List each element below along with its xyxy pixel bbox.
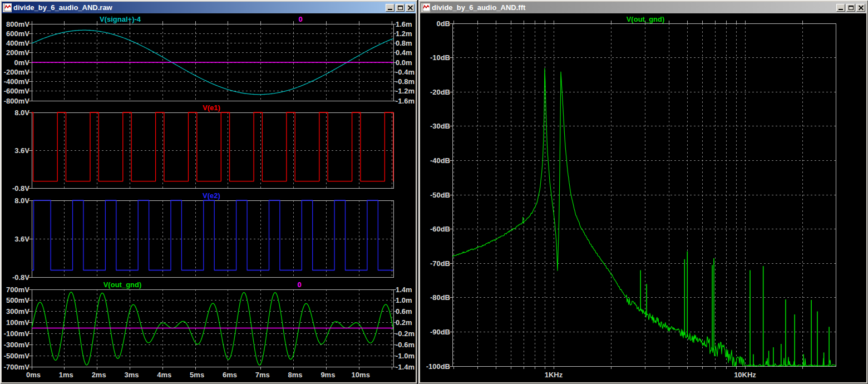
- minimize-button[interactable]: [386, 4, 394, 12]
- trace-label: V(signal+)-4: [100, 15, 141, 23]
- trace-label: 0: [297, 280, 301, 289]
- y-axis-label: -0.8V: [12, 184, 29, 193]
- y-axis-right-label: 0.4m: [396, 48, 412, 57]
- fft-plot-area[interactable]: 0dB-10dB-20dB-30dB-40dB-50dB-60dB-70dB-8…: [420, 13, 866, 382]
- y-axis-label: 200mV: [6, 48, 29, 57]
- y-axis-label: 3.6V: [14, 146, 29, 155]
- y-axis-right-label: 0.6m: [396, 307, 412, 316]
- y-axis-right-label: -0.8m: [396, 77, 415, 86]
- ltspice-waveform-icon[interactable]: [421, 3, 430, 12]
- y-axis-right-label: -1.0m: [396, 352, 415, 360]
- y-axis-label: 8.0V: [14, 109, 29, 117]
- y-axis-label: -70dB: [430, 259, 450, 268]
- y-axis-label: -50dB: [430, 191, 450, 199]
- y-axis-label: 400mV: [6, 39, 29, 47]
- desktop: divide_by_6_audio_AND.raw 800mV1.6m600mV…: [0, 0, 868, 384]
- maximize-button[interactable]: [396, 4, 405, 12]
- x-axis-label: 2ms: [92, 371, 106, 379]
- y-axis-label: -10dB: [430, 53, 450, 62]
- y-axis-label: 700mV: [6, 285, 29, 294]
- y-axis-right-label: 1.4m: [396, 285, 412, 294]
- y-axis-right-label: 0.2m: [396, 318, 412, 327]
- y-axis-right-label: -1.2m: [396, 87, 415, 95]
- y-axis-right-label: 0.0m: [396, 58, 412, 67]
- y-axis-label: 500mV: [6, 296, 29, 304]
- trace-V(e2): [32, 200, 393, 270]
- raw-window: divide_by_6_audio_AND.raw 800mV1.6m600mV…: [0, 0, 417, 384]
- y-axis-label: 300mV: [6, 307, 29, 316]
- y-axis-label: 0dB: [436, 19, 450, 28]
- y-axis-label: -100mV: [4, 329, 30, 338]
- trace-label: V(out_gnd): [627, 15, 665, 23]
- y-axis-label: -40dB: [430, 156, 450, 165]
- y-axis-label: 0mV: [14, 58, 30, 67]
- minimize-button[interactable]: [836, 4, 845, 12]
- y-axis-label: 8.0V: [14, 196, 29, 205]
- trace-V(out_gnd): [32, 292, 393, 365]
- raw-titlebar[interactable]: divide_by_6_audio_AND.raw: [2, 2, 416, 13]
- y-axis-label: -80dB: [430, 293, 450, 302]
- x-axis-label: 7ms: [255, 371, 270, 379]
- window-title: divide_by_6_audio_AND.fft: [432, 3, 835, 12]
- y-axis-right-label: -0.6m: [396, 341, 415, 349]
- y-axis-label: -400mV: [4, 77, 30, 86]
- x-axis-label: 8ms: [288, 371, 303, 379]
- y-axis-label: -300mV: [4, 341, 30, 349]
- trace-label: 0: [298, 15, 302, 23]
- y-axis-label: -90dB: [430, 328, 450, 336]
- x-axis-label: 5ms: [190, 371, 204, 379]
- y-axis-label: -200mV: [4, 68, 30, 76]
- y-axis-right-label: 0.8m: [396, 39, 412, 47]
- close-button[interactable]: [856, 4, 865, 12]
- close-icon: [408, 6, 413, 10]
- labels: 0dB-10dB-20dB-30dB-40dB-50dB-60dB-70dB-8…: [426, 15, 757, 379]
- y-axis-label: 600mV: [6, 29, 29, 38]
- y-axis-right-label: -0.2m: [396, 329, 415, 338]
- grid-lines: [452, 23, 836, 366]
- y-axis-label: -30dB: [430, 122, 450, 130]
- x-axis-label: 6ms: [223, 371, 237, 379]
- window-controls: [836, 4, 865, 12]
- y-axis-right-label: 1.0m: [396, 296, 412, 304]
- y-axis-label: -500mV: [4, 352, 30, 360]
- y-axis-label: -600mV: [4, 87, 30, 95]
- raw-plot-area[interactable]: 800mV1.6m600mV1.2m400mV0.8m200mV0.4m0mV0…: [2, 13, 416, 382]
- y-axis-label: -700mV: [4, 363, 30, 371]
- x-axis-label: 10KHz: [734, 371, 756, 379]
- y-axis-right-label: -1.6m: [396, 97, 415, 105]
- y-axis-label: 3.6V: [14, 235, 29, 243]
- x-axis-label: 10ms: [352, 371, 370, 379]
- fft-titlebar[interactable]: divide_by_6_audio_AND.fft: [420, 2, 866, 13]
- x-axis-label: 0ms: [26, 371, 41, 379]
- x-axis-label: 1ms: [59, 371, 73, 379]
- trace-label: V(e2): [203, 191, 220, 200]
- trace-label: V(e1): [203, 104, 220, 112]
- close-button[interactable]: [406, 4, 415, 12]
- trace-V(e1): [32, 112, 393, 181]
- window-title: divide_by_6_audio_AND.raw: [13, 3, 384, 12]
- y-axis-right-label: 1.2m: [396, 29, 412, 38]
- fft-plot-svg[interactable]: 0dB-10dB-20dB-30dB-40dB-50dB-60dB-70dB-8…: [420, 13, 866, 382]
- trace-V(out_gnd): [452, 68, 836, 366]
- y-axis-label: -800mV: [4, 97, 30, 105]
- y-axis-label: -0.8V: [12, 273, 29, 282]
- close-icon: [859, 6, 864, 10]
- trace-label: V(out_gnd): [103, 280, 142, 289]
- window-controls: [386, 4, 415, 12]
- x-axis-label: 4ms: [157, 371, 171, 379]
- maximize-icon: [849, 6, 854, 10]
- fft-window: divide_by_6_audio_AND.fft 0dB-10dB-20dB-…: [418, 0, 868, 384]
- ltspice-waveform-icon[interactable]: [3, 3, 12, 12]
- y-axis-right-label: -1.4m: [396, 363, 415, 371]
- raw-plots-svg[interactable]: 800mV1.6m600mV1.2m400mV0.8m200mV0.4m0mV0…: [2, 13, 416, 382]
- maximize-button[interactable]: [846, 4, 855, 12]
- y-axis-label: 800mV: [6, 20, 29, 28]
- x-axis-label: 3ms: [124, 371, 139, 379]
- y-axis-label: -60dB: [430, 225, 450, 233]
- y-axis-label: -100dB: [426, 362, 450, 371]
- minimize-icon: [388, 9, 392, 10]
- traces: [452, 68, 836, 366]
- y-axis-right-label: -0.4m: [396, 68, 415, 76]
- x-axis-label: 1KHz: [545, 371, 563, 379]
- x-axis-label: 9ms: [320, 371, 335, 379]
